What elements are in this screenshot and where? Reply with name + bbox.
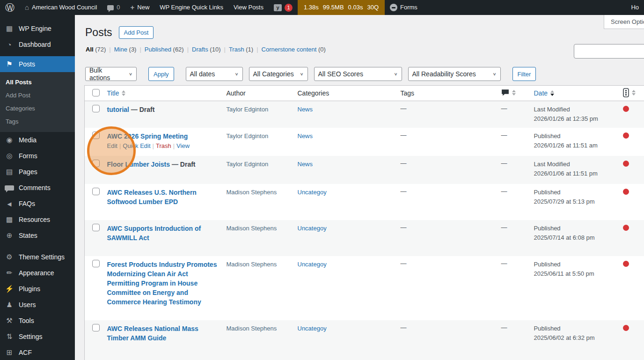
- sidebar-subitem-categories[interactable]: Categories: [0, 102, 75, 115]
- post-title-link[interactable]: AWC Releases National Mass Timber AMM Gu…: [107, 325, 198, 342]
- row-checkbox[interactable]: [92, 160, 100, 167]
- post-status: Last Modified: [534, 160, 623, 169]
- post-title-link[interactable]: tutorial: [107, 106, 129, 113]
- post-title-link[interactable]: Forest Products Industry Promotes Modern…: [107, 261, 217, 306]
- sidebar-item-pages[interactable]: ▤Pages: [0, 164, 75, 180]
- author-link[interactable]: Madison Stephens: [227, 325, 277, 332]
- filter-button[interactable]: Filter: [512, 67, 536, 81]
- post-title-link[interactable]: AWC Supports Introduction of SAWMILL Act: [107, 225, 201, 242]
- forms-menu[interactable]: Forms: [385, 0, 423, 15]
- add-post-button[interactable]: Add Post: [119, 26, 154, 39]
- comments-menu[interactable]: 0: [102, 0, 125, 15]
- row-checkbox[interactable]: [92, 188, 100, 195]
- search-input[interactable]: [574, 44, 644, 59]
- query-monitor-menu[interactable]: 1.38s 99.5MB 0.03s 30Q: [298, 0, 385, 15]
- post-status: Published: [534, 260, 623, 269]
- sidebar-item-plugins[interactable]: ⚡Plugins: [0, 281, 75, 297]
- menu-separator: [0, 243, 75, 249]
- sidebar-item-media[interactable]: ◉Media: [0, 132, 75, 148]
- sidebar-submenu: All PostsAdd PostCategoriesTags: [0, 72, 75, 132]
- post-title-link[interactable]: AWC Releases U.S. Northern Softwood Lumb…: [107, 189, 197, 206]
- apply-button[interactable]: Apply: [148, 67, 174, 81]
- wordpress-logo-icon[interactable]: Ⓦ: [0, 0, 20, 15]
- screen-options-tab[interactable]: Screen Options: [604, 15, 644, 29]
- quick-edit-action-link[interactable]: Quick Edit: [123, 142, 150, 149]
- megaphone-icon: ◄: [5, 200, 14, 208]
- category-link[interactable]: News: [298, 161, 313, 168]
- view-posts-menu[interactable]: View Posts: [228, 0, 269, 15]
- seo-scores-select[interactable]: All SEO Scores∨: [314, 67, 402, 81]
- row-checkbox[interactable]: [92, 260, 100, 267]
- howdy-account-menu[interactable]: Ho: [626, 0, 644, 15]
- user-icon: ♟: [5, 301, 14, 309]
- row-checkbox[interactable]: [92, 324, 100, 331]
- category-link[interactable]: Uncategoy: [298, 261, 327, 268]
- sort-by-title-header[interactable]: Title: [107, 89, 126, 97]
- post-title-link[interactable]: Floor Lumber Joists: [107, 161, 170, 168]
- sort-by-comments-header[interactable]: [501, 89, 516, 96]
- sidebar-subitem-tags[interactable]: Tags: [0, 115, 75, 128]
- sidebar-item-tools[interactable]: ⚒Tools: [0, 313, 75, 329]
- sidebar-item-resources[interactable]: ▩Resources: [0, 212, 75, 228]
- new-content-menu[interactable]: + New: [125, 0, 155, 15]
- actions-separator: |: [153, 142, 154, 149]
- sidebar-item-forms[interactable]: ◎Forms: [0, 148, 75, 164]
- view-action-link[interactable]: View: [176, 142, 190, 149]
- sidebar-item-comments[interactable]: Comments: [0, 180, 75, 196]
- sidebar-subitem-add-post[interactable]: Add Post: [0, 89, 75, 102]
- sidebar-subitem-all-posts[interactable]: All Posts: [0, 76, 75, 89]
- sort-by-seo-score-header[interactable]: [623, 88, 636, 97]
- sidebar-item-theme-settings[interactable]: ⚙Theme Settings: [0, 249, 75, 265]
- categories-select[interactable]: All Categories∨: [249, 67, 308, 81]
- category-link[interactable]: News: [298, 132, 313, 140]
- views-separator: |: [256, 46, 258, 53]
- row-actions: Edit|Quick Edit|Trash|View: [107, 141, 221, 151]
- post-title-link[interactable]: AWC 2026 Spring Meeting: [107, 132, 188, 140]
- wpe-quick-links-menu[interactable]: WP Engine Quick Links: [154, 0, 228, 15]
- dates-select[interactable]: All dates∨: [186, 67, 243, 81]
- acf-icon: ⊞: [5, 348, 14, 357]
- sort-by-date-header[interactable]: Date: [534, 89, 555, 97]
- sidebar-item-states[interactable]: ⊕States: [0, 228, 75, 243]
- author-link[interactable]: Taylor Edginton: [227, 106, 269, 113]
- edit-action-link[interactable]: Edit: [107, 142, 117, 149]
- readability-scores-select[interactable]: All Readability Scores∨: [408, 67, 501, 81]
- site-name-menu[interactable]: ⌂ American Wood Council: [20, 0, 102, 15]
- chevron-down-icon: ∨: [492, 72, 496, 76]
- sidebar-item-appearance[interactable]: ✏Appearance: [0, 265, 75, 281]
- view-filter-trash[interactable]: Trash (1): [229, 46, 253, 53]
- sidebar-item-users[interactable]: ♟Users: [0, 297, 75, 313]
- sidebar-item-label: Settings: [19, 333, 43, 340]
- sidebar-item-label: Tools: [19, 317, 34, 324]
- row-checkbox[interactable]: [92, 224, 100, 231]
- sidebar-item-label: ACF: [19, 349, 32, 356]
- bulk-actions-select[interactable]: Bulk actions∨: [85, 67, 137, 81]
- tags-empty-dash: —: [401, 160, 407, 167]
- author-link[interactable]: Madison Stephens: [227, 189, 277, 196]
- trash-action-link[interactable]: Trash: [156, 142, 171, 149]
- view-filter-cornerstone-content[interactable]: Cornerstone content (0): [262, 46, 326, 53]
- sidebar-item-wp-engine[interactable]: ▦WP Engine: [0, 21, 75, 37]
- author-link[interactable]: Madison Stephens: [227, 225, 277, 232]
- sidebar-item-posts[interactable]: ⚑Posts: [0, 56, 75, 72]
- yoast-menu[interactable]: y 1: [269, 0, 298, 15]
- row-checkbox[interactable]: [92, 105, 100, 112]
- sidebar-item-settings[interactable]: ⇅Settings: [0, 329, 75, 345]
- category-link[interactable]: Uncategoy: [298, 189, 327, 196]
- category-link[interactable]: Uncategoy: [298, 225, 327, 232]
- select-all-checkbox[interactable]: [92, 89, 100, 96]
- category-link[interactable]: Uncategoy: [298, 325, 327, 332]
- view-filter-all[interactable]: All (72): [86, 46, 106, 53]
- category-link[interactable]: News: [298, 106, 313, 113]
- row-checkbox[interactable]: [92, 132, 100, 139]
- sort-arrows-icon: [550, 90, 554, 96]
- author-link[interactable]: Madison Stephens: [227, 261, 277, 268]
- view-filter-mine[interactable]: Mine (3): [114, 46, 137, 53]
- sidebar-item-faqs[interactable]: ◄FAQs: [0, 196, 75, 212]
- sidebar-item-acf[interactable]: ⊞ACF: [0, 345, 75, 360]
- view-filter-drafts[interactable]: Drafts (10): [192, 46, 220, 53]
- author-link[interactable]: Taylor Edginton: [227, 161, 269, 168]
- view-filter-published[interactable]: Published (62): [145, 46, 184, 53]
- sidebar-item-dashboard[interactable]: ◔Dashboard: [0, 37, 75, 52]
- author-link[interactable]: Taylor Edginton: [227, 132, 269, 140]
